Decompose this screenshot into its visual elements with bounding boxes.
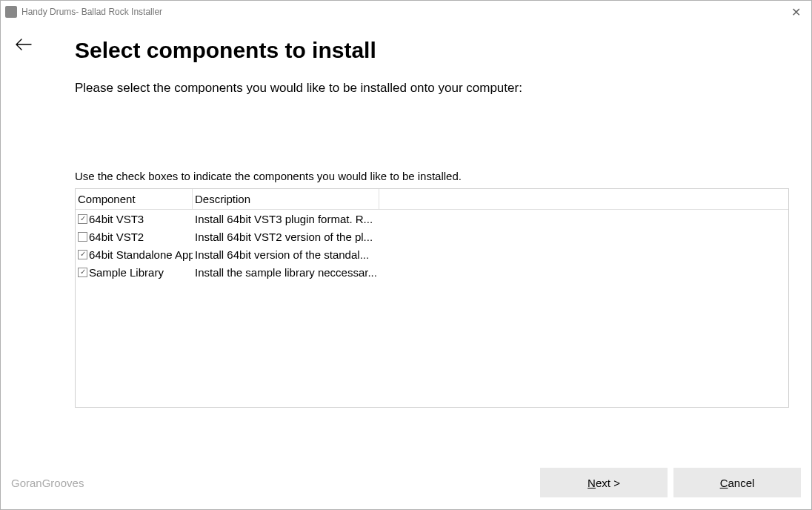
table-row[interactable]: ✓ Sample Library Install the sample libr… <box>76 263 788 281</box>
component-desc: Install the sample library neccessar... <box>193 266 379 279</box>
table-row[interactable]: 64bit VST2 Install 64bit VST2 version of… <box>76 228 788 245</box>
window-title: Handy Drums- Ballad Rock Installer <box>21 7 785 17</box>
next-button[interactable]: Next > <box>540 468 668 497</box>
header-spacer <box>379 189 788 210</box>
component-name: Sample Library <box>89 266 164 279</box>
component-name: 64bit VST2 <box>89 231 144 243</box>
close-icon[interactable]: ✕ <box>785 5 807 19</box>
header-description[interactable]: Description <box>193 189 379 210</box>
component-name: 64bit VST3 <box>89 213 144 225</box>
content-area: Select components to install Please sele… <box>1 23 811 509</box>
checkbox-samples[interactable]: ✓ <box>78 268 87 277</box>
app-icon <box>5 6 17 18</box>
component-desc: Install 64bit version of the standal... <box>193 248 379 261</box>
back-button[interactable] <box>16 38 32 53</box>
components-grid: Component Description ✓ 64bit VST3 Insta… <box>75 188 789 408</box>
checkbox-vst3[interactable]: ✓ <box>78 214 87 224</box>
table-row[interactable]: ✓ 64bit VST3 Install 64bit VST3 plugin f… <box>76 210 788 228</box>
checkbox-standalone[interactable]: ✓ <box>78 250 87 259</box>
main-panel: Select components to install Please sele… <box>75 38 789 408</box>
arrow-left-icon <box>16 39 32 50</box>
footer: GoranGrooves Next > Cancel <box>11 468 801 497</box>
brand-label: GoranGrooves <box>11 477 84 489</box>
cancel-button[interactable]: Cancel <box>673 468 801 497</box>
instructions-text: Use the check boxes to indicate the comp… <box>75 170 789 182</box>
page-subtitle: Please select the components you would l… <box>75 81 789 96</box>
titlebar: Handy Drums- Ballad Rock Installer ✕ <box>1 1 811 23</box>
component-desc: Install 64bit VST2 version of the pl... <box>193 231 379 243</box>
installer-window: Handy Drums- Ballad Rock Installer ✕ Sel… <box>0 0 812 510</box>
checkbox-vst2[interactable] <box>78 232 87 242</box>
header-component[interactable]: Component <box>76 189 193 210</box>
table-row[interactable]: ✓ 64bit Standalone App Install 64bit ver… <box>76 245 788 263</box>
component-name: 64bit Standalone App <box>89 248 193 261</box>
component-desc: Install 64bit VST3 plugin format. R... <box>193 213 379 225</box>
page-heading: Select components to install <box>75 38 789 63</box>
grid-header: Component Description <box>76 189 788 210</box>
